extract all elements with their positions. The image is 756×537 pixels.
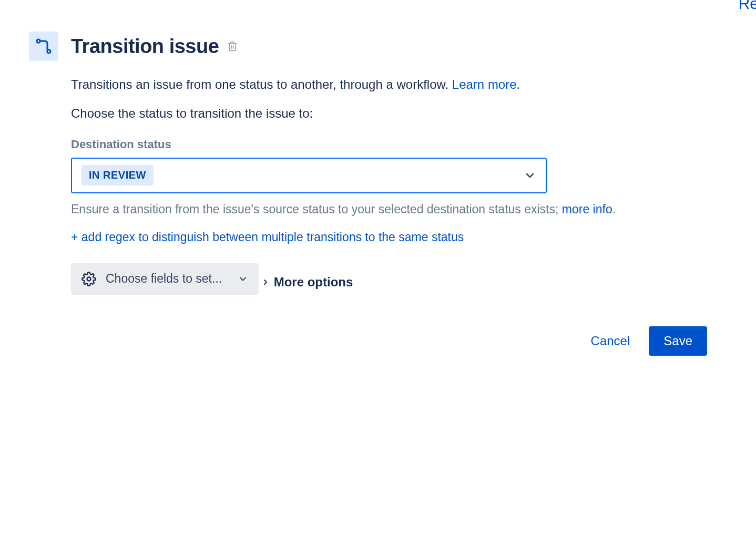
add-regex-link[interactable]: + add regex to distinguish between multi… [71, 230, 727, 244]
status-badge: IN REVIEW [81, 165, 154, 185]
choose-fields-button[interactable]: Choose fields to set... [71, 263, 259, 295]
svg-point-4 [87, 277, 91, 281]
transition-icon [35, 37, 53, 55]
truncated-text: Re [739, 0, 756, 13]
choose-fields-label: Choose fields to set... [106, 272, 222, 286]
destination-status-select[interactable]: IN REVIEW [71, 158, 547, 193]
title-row: Transition issue [71, 35, 240, 58]
chevron-down-icon [524, 169, 536, 182]
trash-icon [227, 40, 238, 52]
learn-more-link[interactable]: Learn more. [452, 77, 520, 91]
gear-icon [81, 272, 96, 286]
save-button[interactable]: Save [649, 326, 707, 356]
transition-icon-box [29, 32, 58, 61]
helper-dot: . [612, 202, 616, 216]
chevron-right-icon [261, 278, 270, 286]
more-options-toggle[interactable]: More options [261, 275, 353, 290]
content-area: Transitions an issue from one status to … [71, 76, 727, 356]
description-body: Transitions an issue from one status to … [71, 77, 452, 91]
footer-actions: Cancel Save [71, 326, 707, 356]
destination-status-label: Destination status [71, 138, 727, 151]
description-text: Transitions an issue from one status to … [71, 76, 727, 94]
more-info-link[interactable]: more info [562, 202, 612, 216]
transition-issue-panel: Transition issue Transitions an issue fr… [0, 0, 756, 387]
instruction-text: Choose the status to transition the issu… [71, 106, 727, 121]
page-title: Transition issue [71, 35, 219, 58]
chevron-down-icon [238, 274, 248, 284]
header-row: Transition issue [29, 32, 727, 61]
helper-body: Ensure a transition from the issue's sou… [71, 202, 562, 216]
cancel-button[interactable]: Cancel [587, 327, 635, 355]
more-options-label: More options [274, 275, 353, 290]
helper-text: Ensure a transition from the issue's sou… [71, 201, 727, 218]
delete-button[interactable] [225, 38, 240, 54]
